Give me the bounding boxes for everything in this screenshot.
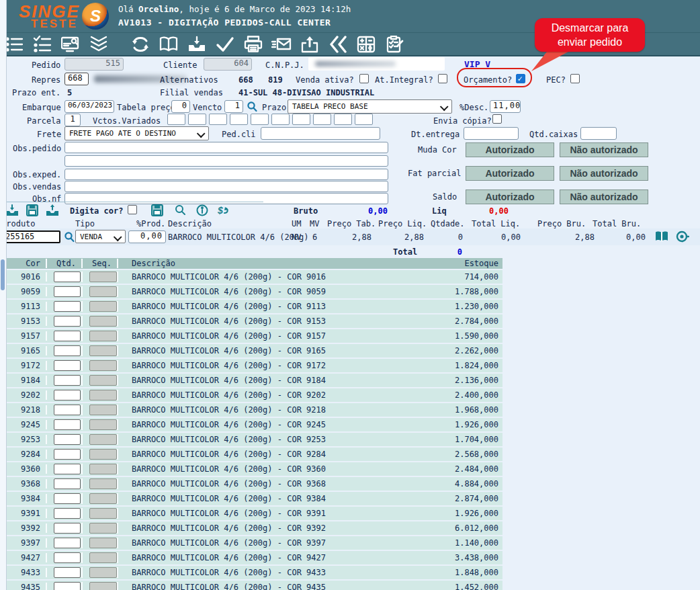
qty-input[interactable] [54, 301, 81, 312]
tabela-preco-field[interactable]: 0 [171, 100, 190, 113]
digita-cor-checkbox[interactable] [128, 205, 137, 214]
muda-cor-nao-autorizado-button[interactable]: Não autorizado [560, 142, 648, 157]
fat-parcial-nao-autorizado-button[interactable]: Não autorizado [560, 166, 648, 181]
vcto-input-7[interactable] [292, 114, 310, 125]
qty-input[interactable] [54, 552, 81, 563]
tipo-select[interactable]: VENDA [75, 230, 126, 243]
confirm-check-icon[interactable] [215, 35, 235, 54]
stock-cell: 2.262,000 [435, 346, 502, 355]
mail-send-icon[interactable] [271, 35, 292, 54]
back-chevrons-icon[interactable] [328, 35, 348, 54]
vcto-input-1[interactable] [167, 114, 185, 125]
color-code-cell: 9172 [7, 361, 47, 370]
scrollbar-thumb[interactable] [1, 259, 5, 290]
money-transfer-icon[interactable]: $ [216, 204, 230, 216]
vcto-input-4[interactable] [230, 114, 248, 125]
stock-cell: 3.438,000 [435, 553, 502, 562]
seq-box [89, 493, 117, 504]
info-icon[interactable] [195, 204, 209, 216]
checklist-icon[interactable] [32, 35, 52, 54]
qty-input[interactable] [54, 419, 81, 430]
obs-vendas-field[interactable] [64, 181, 388, 192]
import-tray-icon[interactable] [187, 35, 207, 54]
filial-value: 41-SUL 48-DIVISAO INDUSTRIAL [238, 88, 374, 97]
save-disk-icon[interactable] [26, 204, 39, 216]
target-icon[interactable] [676, 230, 689, 243]
repres-field[interactable]: 668 [64, 73, 89, 85]
qty-input[interactable] [54, 390, 81, 401]
qty-input[interactable] [54, 523, 81, 534]
parcela-field[interactable]: 1 [64, 114, 81, 126]
vctos-variados-group [167, 114, 373, 125]
vcto-input-2[interactable] [188, 114, 206, 125]
vcto-input-3[interactable] [209, 114, 227, 125]
upload-icon[interactable] [300, 35, 320, 54]
obs-nf-field[interactable] [64, 193, 388, 204]
printer-icon[interactable] [243, 35, 263, 54]
header-cor: Cor [7, 259, 47, 268]
vencto-field[interactable]: 1 [224, 100, 243, 113]
qty-input[interactable] [54, 405, 81, 415]
qty-input[interactable] [54, 538, 81, 548]
qty-input[interactable] [54, 567, 81, 578]
desc-pct-field[interactable]: 11,00 [490, 100, 521, 113]
description-cell: BARROCO MULTICOLOR 4/6 (200g) - COR 9397 [118, 538, 435, 548]
qty-input[interactable] [54, 449, 81, 460]
search-icon[interactable] [173, 204, 187, 216]
vcto-input-8[interactable] [313, 114, 331, 125]
obs-pedido-field-1[interactable] [64, 142, 388, 153]
qty-input[interactable] [54, 271, 81, 282]
frete-select[interactable]: FRETE PAGO ATE O DESTINO [64, 126, 209, 140]
qty-cell [47, 360, 83, 371]
prazo-select[interactable]: TABELA PRECO BASE [288, 99, 452, 114]
clipboard-icon[interactable] [384, 35, 404, 54]
vcto-input-9[interactable] [334, 114, 352, 125]
qty-input[interactable] [54, 464, 81, 474]
dt-entrega-label: Dt.entrega [411, 130, 460, 139]
qty-input[interactable] [54, 508, 81, 519]
saldo-autorizado-button[interactable]: Autorizado [466, 189, 554, 204]
qty-input[interactable] [54, 434, 81, 445]
catalog-book-icon[interactable] [654, 230, 668, 243]
qtd-caixas-field[interactable] [580, 127, 617, 140]
at-integral-checkbox[interactable] [438, 74, 447, 83]
fat-parcial-autorizado-button[interactable]: Autorizado [466, 166, 554, 181]
qty-input[interactable] [54, 316, 81, 327]
produto-search-icon[interactable] [63, 231, 75, 243]
book-icon[interactable] [159, 35, 179, 54]
calculator-icon[interactable] [356, 35, 376, 54]
import-tray-icon[interactable] [5, 204, 19, 216]
prod-pct-field[interactable]: 0,00 [128, 230, 166, 243]
obs-exped-field[interactable] [64, 169, 388, 180]
envia-copia-checkbox[interactable] [492, 114, 502, 124]
refresh-icon[interactable] [130, 35, 150, 54]
dt-entrega-field[interactable] [464, 127, 519, 140]
display-search-icon[interactable] [60, 35, 81, 54]
vencto-search-icon[interactable] [246, 101, 258, 113]
qty-input[interactable] [54, 375, 81, 386]
qty-input[interactable] [54, 478, 81, 489]
qty-input[interactable] [54, 493, 81, 504]
export-tray-icon[interactable] [46, 204, 59, 216]
venda-ativa-checkbox[interactable] [359, 74, 369, 83]
obs-pedido-field-2[interactable] [64, 155, 388, 167]
qty-input[interactable] [54, 331, 81, 341]
vcto-input-5[interactable] [251, 114, 269, 125]
produto-code-field[interactable]: 255165 [1, 230, 60, 243]
qty-input[interactable] [54, 582, 81, 590]
muda-cor-autorizado-button[interactable]: Autorizado [466, 142, 554, 157]
qty-input[interactable] [54, 345, 81, 356]
description-cell: BARROCO MULTICOLOR 4/6 (200g) - COR 9427 [118, 553, 435, 562]
vcto-input-6[interactable] [271, 114, 290, 125]
seq-box [89, 449, 117, 460]
embarque-field[interactable]: 06/03/2023 [64, 100, 114, 113]
chevrons-down-icon[interactable] [89, 35, 109, 54]
left-scrollbar[interactable] [0, 0, 7, 590]
vcto-input-10[interactable] [355, 114, 373, 125]
qty-input[interactable] [54, 286, 81, 297]
ped-cli-field[interactable] [261, 127, 380, 140]
qty-input[interactable] [54, 360, 81, 371]
saldo-nao-autorizado-button[interactable]: Não autorizado [560, 189, 648, 204]
list-icon[interactable] [4, 35, 24, 54]
save-disk-icon[interactable] [150, 204, 164, 216]
